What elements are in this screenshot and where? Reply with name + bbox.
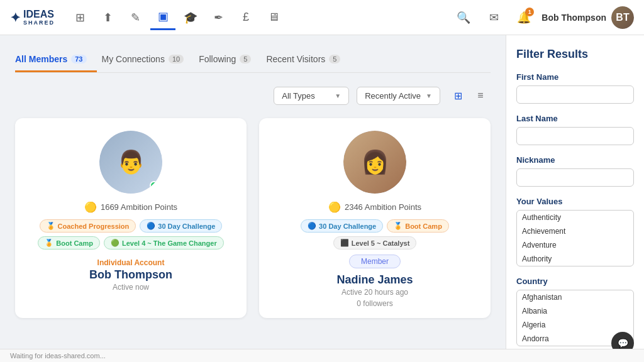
tab-all-members-label: All Members: [15, 54, 67, 64]
tab-all-members-count: 73: [71, 55, 86, 63]
nadine-badge-30day[interactable]: 🔵 30 Day Challenge: [301, 219, 383, 233]
upload-nav-btn[interactable]: ⬆: [95, 5, 120, 30]
bob-badge-coached[interactable]: 🏅 Coached Progression: [40, 219, 136, 233]
tab-recent-visitors-count: 5: [329, 55, 340, 63]
value-adventure[interactable]: Adventure: [517, 238, 633, 252]
bob-badge-level[interactable]: 🟢 Level 4 ~ The Game Changer: [104, 236, 224, 250]
user-menu[interactable]: Bob Thompson BT: [541, 6, 634, 29]
graduation-nav-btn[interactable]: 🎓: [178, 5, 203, 30]
tab-following[interactable]: Following 5: [199, 48, 261, 72]
nadine-ambition-points: 🟡 2346 Ambition Points: [328, 201, 421, 213]
type-filter-chevron: ▼: [335, 92, 341, 99]
pen-nav-btn[interactable]: ✒: [206, 5, 231, 30]
country-albania[interactable]: Albania: [517, 304, 633, 318]
tab-recent-visitors-label: Recent Visitors: [266, 54, 325, 64]
main-layout: All Members 73 My Connections 10 Followi…: [0, 35, 644, 362]
country-algeria[interactable]: Algeria: [517, 318, 633, 332]
bob-badge-bootcamp[interactable]: 🏅 Boot Camp: [38, 236, 100, 250]
logo-text: IDEAS: [23, 9, 54, 19]
status-text: Waiting for ideas-shared.com...: [10, 352, 106, 359]
bootcamp-label-bob: Boot Camp: [56, 239, 93, 247]
nadine-badge-level[interactable]: ⬛ Level 5 ~ Catalyst: [333, 236, 417, 250]
tab-recent-visitors[interactable]: Recent Visitors 5: [266, 48, 350, 72]
nadine-badge-bootcamp[interactable]: 🏅 Boot Camp: [387, 219, 449, 233]
level-icon-nadine: ⬛: [340, 239, 349, 247]
nav-right-section: 🔍 ✉ 🔔 1 Bob Thompson BT: [451, 5, 634, 30]
nadine-avatar-img: 👩: [343, 131, 406, 194]
status-bar: Waiting for ideas-shared.com...: [0, 349, 644, 362]
nickname-label: Nickname: [516, 155, 634, 165]
nadine-points-label: 2346 Ambition Points: [345, 202, 421, 212]
tab-my-connections-count: 10: [169, 55, 184, 63]
list-view-btn[interactable]: ≡: [470, 85, 491, 106]
monitor-nav-btn[interactable]: 🖥: [261, 5, 286, 30]
nadine-followers: 0 followers: [357, 299, 392, 308]
values-list[interactable]: Authenticity Achievement Adventure Autho…: [516, 210, 634, 266]
view-toggle: ⊞ ≡: [448, 85, 491, 106]
member-card-bob: 👨 🟡 1669 Ambition Points 🏅 Coached Progr…: [15, 118, 247, 318]
bob-badges: 🏅 Coached Progression 🔵 30 Day Challenge…: [25, 219, 236, 250]
bootcamp-label-nadine: Boot Camp: [405, 222, 442, 230]
value-achievement[interactable]: Achievement: [517, 224, 633, 238]
country-afghanistan[interactable]: Afghanistan: [517, 290, 633, 304]
your-values-section: Your Values Authenticity Achievement Adv…: [516, 197, 634, 266]
sort-filter-select[interactable]: Recently Active ▼: [357, 87, 440, 105]
messages-btn-wrapper: ✉: [481, 5, 506, 30]
nadine-role-badge: Member: [349, 255, 401, 268]
nickname-section: Nickname: [516, 155, 634, 187]
type-filter-label: All Types: [282, 91, 315, 101]
search-btn[interactable]: 🔍: [451, 5, 476, 30]
filter-sidebar: Filter Results First Name Last Name Nick…: [506, 35, 644, 362]
coached-label: Coached Progression: [58, 222, 130, 230]
nav-icon-group: ⊞ ⬆ ✎ ▣ 🎓 ✒ £ 🖥: [67, 5, 446, 30]
notification-badge: 1: [525, 8, 534, 16]
member-tabs: All Members 73 My Connections 10 Followi…: [15, 48, 491, 73]
members-grid: 👨 🟡 1669 Ambition Points 🏅 Coached Progr…: [15, 118, 491, 318]
coin-icon-bob: 🟡: [84, 201, 97, 213]
briefcase-nav-btn[interactable]: ⊞: [67, 5, 92, 30]
messages-btn[interactable]: ✉: [481, 5, 506, 30]
nadine-badges: 🔵 30 Day Challenge 🏅 Boot Camp ⬛ Level 5…: [269, 219, 480, 250]
bob-online-indicator: [150, 181, 158, 190]
grid-view-btn[interactable]: ⊞: [448, 85, 468, 106]
level-label-bob: Level 4 ~ The Game Changer: [122, 239, 217, 247]
app-logo[interactable]: ✦ IDEAS SHARED: [10, 9, 55, 26]
first-name-input[interactable]: [516, 85, 634, 104]
filter-title: Filter Results: [516, 48, 634, 61]
first-name-label: First Name: [516, 72, 634, 82]
top-navigation: ✦ IDEAS SHARED ⊞ ⬆ ✎ ▣ 🎓 ✒ £ 🖥 🔍 ✉ 🔔 1 B…: [0, 0, 644, 35]
value-authority[interactable]: Authority: [517, 252, 633, 266]
30day-icon-bob: 🔵: [147, 222, 155, 230]
30day-label-nadine: 30 Day Challenge: [319, 222, 376, 230]
30day-label-bob: 30 Day Challenge: [158, 222, 215, 230]
notifications-btn-wrapper: 🔔 1: [511, 5, 536, 30]
coin-icon-nadine: 🟡: [328, 201, 341, 213]
member-toolbar: All Types ▼ Recently Active ▼ ⊞ ≡: [15, 85, 491, 106]
bob-member-type: Individual Account: [97, 258, 165, 267]
type-filter-select[interactable]: All Types ▼: [274, 87, 349, 105]
tab-my-connections[interactable]: My Connections 10: [102, 48, 194, 72]
currency-nav-btn[interactable]: £: [233, 5, 258, 30]
level-icon-bob: 🟢: [111, 239, 119, 247]
bob-badge-30day[interactable]: 🔵 30 Day Challenge: [140, 219, 222, 233]
tab-following-count: 5: [240, 55, 251, 63]
level-label-nadine: Level 5 ~ Catalyst: [352, 239, 410, 247]
avatar-initials: BT: [611, 6, 634, 29]
country-label: Country: [516, 277, 634, 286]
bob-points-label: 1669 Ambition Points: [101, 202, 177, 212]
content-area: All Members 73 My Connections 10 Followi…: [0, 35, 506, 362]
nadine-member-status: Active 20 hours ago: [341, 288, 408, 297]
sort-filter-chevron: ▼: [426, 92, 432, 99]
coached-icon: 🏅: [47, 222, 55, 230]
last-name-input[interactable]: [516, 127, 634, 145]
value-authenticity[interactable]: Authenticity: [517, 211, 633, 224]
edit-nav-btn[interactable]: ✎: [123, 5, 148, 30]
box-nav-btn[interactable]: ▣: [150, 5, 175, 30]
nickname-input[interactable]: [516, 168, 634, 187]
nadine-member-name[interactable]: Nadine James: [336, 273, 413, 287]
bob-member-name[interactable]: Bob Thompson: [89, 268, 172, 282]
logo-sub: SHARED: [23, 20, 55, 26]
bob-ambition-points: 🟡 1669 Ambition Points: [84, 201, 177, 213]
tab-all-members[interactable]: All Members 73: [15, 48, 97, 72]
bob-member-status: Active now: [113, 283, 149, 292]
